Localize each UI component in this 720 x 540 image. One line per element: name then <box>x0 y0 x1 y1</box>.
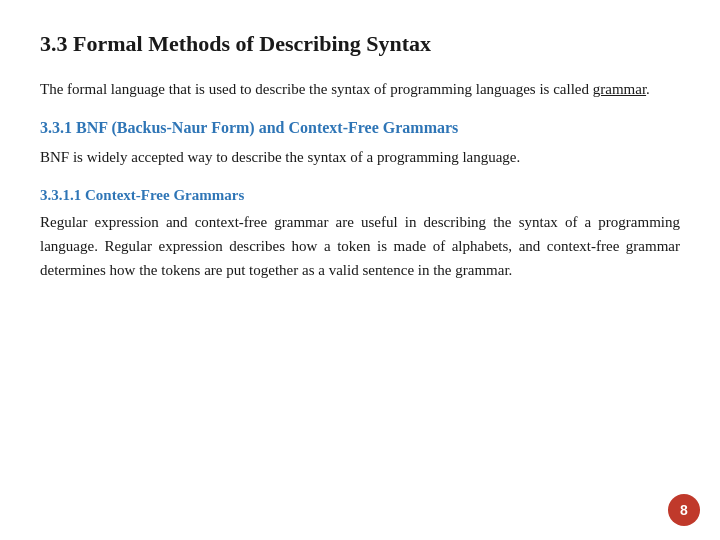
page-number: 8 <box>668 494 700 526</box>
bnf-section: 3.3.1 BNF (Backus-Naur Form) and Context… <box>40 117 680 169</box>
slide-title: 3.3 Formal Methods of Describing Syntax <box>40 30 680 59</box>
cfg-paragraph: Regular expression and context-free gram… <box>40 210 680 282</box>
cfg-section: 3.3.1.1 Context-Free Grammars Regular ex… <box>40 185 680 282</box>
intro-paragraph: The formal language that is used to desc… <box>40 77 680 101</box>
slide-container: 3.3 Formal Methods of Describing Syntax … <box>0 0 720 540</box>
cfg-section-title: 3.3.1.1 Context-Free Grammars <box>40 185 680 206</box>
bnf-section-title: 3.3.1 BNF (Backus-Naur Form) and Context… <box>40 117 680 139</box>
intro-section: The formal language that is used to desc… <box>40 77 680 101</box>
bnf-paragraph: BNF is widely accepted way to describe t… <box>40 145 680 169</box>
grammar-term: grammar <box>593 81 646 97</box>
